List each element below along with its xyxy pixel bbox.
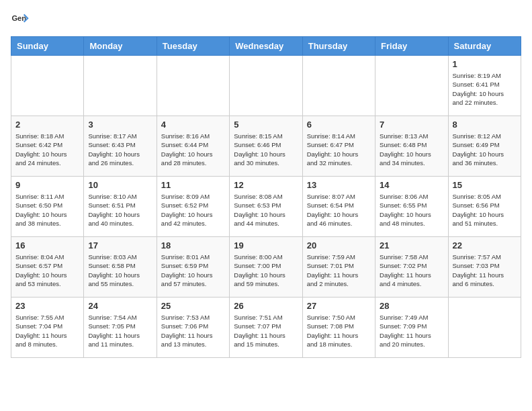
day-info: Sunrise: 8:11 AM Sunset: 6:50 PM Dayligh… [15,192,79,228]
day-header-thursday: Thursday [302,37,375,56]
day-number: 10 [88,180,152,190]
day-number: 14 [380,180,443,190]
day-number: 23 [15,301,79,311]
day-info: Sunrise: 7:59 AM Sunset: 7:01 PM Dayligh… [307,253,371,288]
day-info: Sunrise: 7:51 AM Sunset: 7:07 PM Dayligh… [234,313,298,349]
calendar-header-row: SundayMondayTuesdayWednesdayThursdayFrid… [11,37,521,56]
day-info: Sunrise: 7:57 AM Sunset: 7:03 PM Dayligh… [453,253,517,288]
calendar-cell: 3Sunrise: 8:17 AM Sunset: 6:43 PM Daylig… [84,116,157,177]
calendar-cell: 10Sunrise: 8:10 AM Sunset: 6:51 PM Dayli… [84,177,157,237]
calendar-cell: 21Sunrise: 7:58 AM Sunset: 7:02 PM Dayli… [375,237,448,298]
day-info: Sunrise: 8:06 AM Sunset: 6:55 PM Dayligh… [380,192,443,228]
day-header-monday: Monday [84,37,157,56]
calendar: SundayMondayTuesdayWednesdayThursdayFrid… [11,36,521,358]
day-number: 15 [453,180,517,190]
calendar-cell: 19Sunrise: 8:00 AM Sunset: 7:00 PM Dayli… [230,237,302,298]
day-info: Sunrise: 8:01 AM Sunset: 6:59 PM Dayligh… [161,253,225,288]
week-row-4: 16Sunrise: 8:04 AM Sunset: 6:57 PM Dayli… [11,237,521,298]
day-header-friday: Friday [375,37,448,56]
day-number: 13 [307,180,371,190]
day-info: Sunrise: 8:05 AM Sunset: 6:56 PM Dayligh… [453,192,517,228]
day-number: 28 [380,301,443,311]
week-row-2: 2Sunrise: 8:18 AM Sunset: 6:42 PM Daylig… [11,116,521,177]
calendar-cell [84,56,157,116]
calendar-cell [375,56,448,116]
day-info: Sunrise: 8:16 AM Sunset: 6:44 PM Dayligh… [161,132,225,167]
day-info: Sunrise: 7:55 AM Sunset: 7:04 PM Dayligh… [15,313,79,349]
day-number: 24 [88,301,152,311]
calendar-cell: 23Sunrise: 7:55 AM Sunset: 7:04 PM Dayli… [11,298,84,358]
header: Gen [11,11,521,30]
week-row-1: 1Sunrise: 8:19 AM Sunset: 6:41 PM Daylig… [11,56,521,116]
day-number: 25 [161,301,225,311]
calendar-cell: 6Sunrise: 8:14 AM Sunset: 6:47 PM Daylig… [302,116,375,177]
day-number: 27 [307,301,371,311]
day-number: 4 [161,120,225,130]
calendar-cell: 20Sunrise: 7:59 AM Sunset: 7:01 PM Dayli… [302,237,375,298]
calendar-cell [302,56,375,116]
calendar-cell: 1Sunrise: 8:19 AM Sunset: 6:41 PM Daylig… [448,56,521,116]
day-number: 20 [307,240,371,250]
day-number: 9 [15,180,79,190]
day-header-wednesday: Wednesday [230,37,302,56]
day-info: Sunrise: 8:19 AM Sunset: 6:41 PM Dayligh… [453,71,517,107]
calendar-cell: 11Sunrise: 8:09 AM Sunset: 6:52 PM Dayli… [157,177,229,237]
calendar-cell: 16Sunrise: 8:04 AM Sunset: 6:57 PM Dayli… [11,237,84,298]
day-number: 7 [380,120,443,130]
logo: Gen [11,11,32,30]
calendar-cell [230,56,302,116]
day-info: Sunrise: 8:14 AM Sunset: 6:47 PM Dayligh… [307,132,371,167]
calendar-cell: 13Sunrise: 8:07 AM Sunset: 6:54 PM Dayli… [302,177,375,237]
calendar-cell: 18Sunrise: 8:01 AM Sunset: 6:59 PM Dayli… [157,237,229,298]
day-info: Sunrise: 8:10 AM Sunset: 6:51 PM Dayligh… [88,192,152,228]
day-info: Sunrise: 8:07 AM Sunset: 6:54 PM Dayligh… [307,192,371,228]
day-number: 1 [453,59,517,69]
day-info: Sunrise: 7:58 AM Sunset: 7:02 PM Dayligh… [380,253,443,288]
calendar-cell: 17Sunrise: 8:03 AM Sunset: 6:58 PM Dayli… [84,237,157,298]
day-number: 6 [307,120,371,130]
day-number: 8 [453,120,517,130]
day-info: Sunrise: 8:03 AM Sunset: 6:58 PM Dayligh… [88,253,152,288]
calendar-cell: 24Sunrise: 7:54 AM Sunset: 7:05 PM Dayli… [84,298,157,358]
day-number: 17 [88,240,152,250]
day-number: 5 [234,120,298,130]
calendar-cell: 9Sunrise: 8:11 AM Sunset: 6:50 PM Daylig… [11,177,84,237]
day-info: Sunrise: 7:54 AM Sunset: 7:05 PM Dayligh… [88,313,152,349]
calendar-cell: 15Sunrise: 8:05 AM Sunset: 6:56 PM Dayli… [448,177,521,237]
day-number: 26 [234,301,298,311]
calendar-cell: 7Sunrise: 8:13 AM Sunset: 6:48 PM Daylig… [375,116,448,177]
day-number: 19 [234,240,298,250]
day-info: Sunrise: 8:04 AM Sunset: 6:57 PM Dayligh… [15,253,79,288]
week-row-5: 23Sunrise: 7:55 AM Sunset: 7:04 PM Dayli… [11,298,521,358]
logo-icon: Gen [11,11,30,30]
day-info: Sunrise: 8:17 AM Sunset: 6:43 PM Dayligh… [88,132,152,167]
calendar-cell: 25Sunrise: 7:53 AM Sunset: 7:06 PM Dayli… [157,298,229,358]
day-info: Sunrise: 7:49 AM Sunset: 7:09 PM Dayligh… [380,313,443,349]
day-number: 2 [15,120,79,130]
day-info: Sunrise: 8:13 AM Sunset: 6:48 PM Dayligh… [380,132,443,167]
calendar-cell [157,56,229,116]
calendar-cell: 28Sunrise: 7:49 AM Sunset: 7:09 PM Dayli… [375,298,448,358]
day-number: 22 [453,240,517,250]
calendar-cell: 4Sunrise: 8:16 AM Sunset: 6:44 PM Daylig… [157,116,229,177]
day-header-saturday: Saturday [448,37,521,56]
day-info: Sunrise: 7:50 AM Sunset: 7:08 PM Dayligh… [307,313,371,349]
calendar-cell: 27Sunrise: 7:50 AM Sunset: 7:08 PM Dayli… [302,298,375,358]
day-header-sunday: Sunday [11,37,84,56]
day-info: Sunrise: 8:15 AM Sunset: 6:46 PM Dayligh… [234,132,298,167]
day-number: 18 [161,240,225,250]
calendar-cell: 2Sunrise: 8:18 AM Sunset: 6:42 PM Daylig… [11,116,84,177]
calendar-cell: 14Sunrise: 8:06 AM Sunset: 6:55 PM Dayli… [375,177,448,237]
day-info: Sunrise: 8:09 AM Sunset: 6:52 PM Dayligh… [161,192,225,228]
calendar-cell: 5Sunrise: 8:15 AM Sunset: 6:46 PM Daylig… [230,116,302,177]
day-number: 21 [380,240,443,250]
day-header-tuesday: Tuesday [157,37,229,56]
week-row-3: 9Sunrise: 8:11 AM Sunset: 6:50 PM Daylig… [11,177,521,237]
day-info: Sunrise: 8:08 AM Sunset: 6:53 PM Dayligh… [234,192,298,228]
calendar-cell: 26Sunrise: 7:51 AM Sunset: 7:07 PM Dayli… [230,298,302,358]
day-number: 3 [88,120,152,130]
day-number: 16 [15,240,79,250]
day-info: Sunrise: 8:18 AM Sunset: 6:42 PM Dayligh… [15,132,79,167]
day-number: 12 [234,180,298,190]
calendar-cell [448,298,521,358]
